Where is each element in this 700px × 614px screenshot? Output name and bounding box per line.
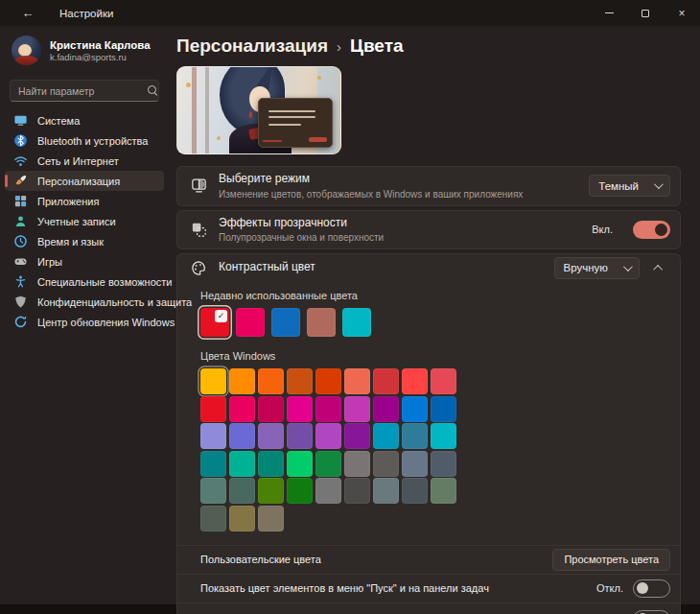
back-button[interactable]: ← [13, 6, 42, 20]
accent-mode-dropdown[interactable]: Вручную [554, 257, 640, 279]
windows-color-swatch[interactable] [431, 478, 456, 504]
sidebar-item-system[interactable]: Система [5, 110, 164, 130]
sidebar-item-label: Время и язык [37, 236, 104, 248]
windows-color-swatch[interactable] [373, 478, 399, 504]
windows-color-swatch[interactable] [431, 451, 456, 477]
sidebar-item-accounts[interactable]: Учетные записи [5, 211, 164, 231]
recent-color-swatch[interactable] [271, 308, 300, 337]
search-input[interactable] [18, 85, 148, 97]
windows-color-swatch[interactable] [315, 423, 341, 449]
transparency-toggle[interactable] [633, 221, 670, 239]
windows-color-swatch[interactable] [200, 506, 226, 531]
windows-color-swatch[interactable] [200, 396, 226, 422]
recent-color-swatch[interactable]: ✓ [200, 308, 229, 337]
titlebar-color-toggle[interactable] [633, 610, 670, 614]
windows-color-swatch[interactable] [315, 478, 341, 504]
user-info: Кристина Карлова k.fadina@sports.ru [50, 38, 151, 62]
recent-colors-label: Недавно использованные цвета [200, 290, 680, 301]
mode-subtitle: Изменение цветов, отображаемых в Windows… [219, 188, 578, 201]
windows-color-swatch[interactable] [200, 423, 226, 449]
windows-color-swatch[interactable] [315, 451, 341, 477]
accent-color-header[interactable]: Контрастный цвет Вручную [177, 254, 680, 281]
palette-icon [190, 259, 208, 277]
chevron-up-icon[interactable] [653, 265, 663, 274]
sidebar-item-bluetooth[interactable]: Bluetooth и устройства [5, 130, 164, 151]
windows-color-swatch[interactable] [229, 368, 255, 394]
windows-color-swatch[interactable] [315, 396, 341, 422]
windows-color-swatch[interactable] [373, 451, 399, 477]
windows-color-swatch[interactable] [229, 478, 255, 504]
windows-color-swatch[interactable] [229, 506, 255, 531]
transparency-state-label: Вкл. [592, 224, 613, 235]
sidebar-item-apps[interactable]: Приложения [5, 191, 164, 211]
windows-color-swatch[interactable] [287, 368, 313, 394]
windows-color-swatch[interactable] [287, 423, 313, 449]
theme-preview-image [176, 66, 341, 154]
windows-color-swatch[interactable] [402, 451, 428, 477]
windows-color-swatch[interactable] [258, 451, 284, 477]
windows-color-swatch[interactable] [431, 396, 456, 422]
windows-color-swatch[interactable] [229, 396, 255, 422]
games-icon [13, 254, 28, 269]
mode-title: Выберите режим [219, 172, 578, 187]
windows-color-swatch[interactable] [373, 423, 399, 449]
windows-color-swatch[interactable] [258, 506, 284, 531]
windows-color-swatch[interactable] [258, 478, 284, 504]
recent-color-swatch[interactable] [342, 308, 371, 337]
view-colors-button[interactable]: Просмотреть цвета [552, 549, 670, 571]
start-taskbar-color-row: Показать цвет элементов в меню "Пуск" и … [200, 575, 680, 602]
windows-color-swatch[interactable] [402, 478, 428, 504]
windows-color-swatch[interactable] [344, 478, 370, 504]
windows-color-swatch[interactable] [315, 368, 341, 394]
update-icon [13, 315, 28, 329]
windows-color-swatch[interactable] [287, 396, 313, 422]
user-profile[interactable]: Кристина Карлова k.fadina@sports.ru [0, 30, 169, 69]
windows-color-swatch[interactable] [200, 368, 226, 394]
maximize-button[interactable] [627, 0, 664, 26]
recent-color-swatch[interactable] [307, 308, 336, 337]
mode-dropdown[interactable]: Темный [589, 175, 670, 197]
recent-color-swatch[interactable] [236, 308, 265, 337]
windows-color-swatch[interactable] [287, 478, 313, 504]
sidebar-item-network[interactable]: Сеть и Интернет [5, 151, 164, 171]
windows-color-swatch[interactable] [431, 423, 456, 449]
sidebar-item-games[interactable]: Игры [5, 251, 164, 272]
recent-colors-row: ✓ [200, 308, 680, 337]
windows-color-swatch[interactable] [373, 396, 399, 422]
sidebar-item-label: Персонализация [37, 176, 120, 187]
sidebar-item-accessibility[interactable]: Специальные возможности [5, 272, 164, 292]
minimize-button[interactable] [591, 0, 627, 26]
accounts-icon [13, 214, 28, 228]
windows-color-swatch[interactable] [258, 423, 284, 449]
windows-color-swatch[interactable] [287, 451, 313, 477]
start-taskbar-toggle[interactable] [633, 579, 670, 598]
windows-color-swatch[interactable] [229, 451, 255, 477]
windows-color-swatch[interactable] [373, 368, 399, 394]
windows-color-swatch[interactable] [258, 396, 284, 422]
minimize-icon [605, 12, 614, 13]
search-box[interactable] [10, 80, 159, 102]
sidebar-item-privacy[interactable]: Конфиденциальность и защита [5, 292, 164, 312]
windows-color-swatch[interactable] [200, 451, 226, 477]
windows-color-swatch[interactable] [344, 451, 370, 477]
close-button[interactable]: × [664, 0, 700, 26]
breadcrumb-parent[interactable]: Персонализация [176, 35, 328, 57]
windows-colors-grid [200, 368, 680, 531]
sidebar-item-time[interactable]: Время и язык [5, 231, 164, 251]
windows-color-swatch[interactable] [431, 368, 456, 394]
sidebar-item-personalization[interactable]: Персонализация [5, 171, 164, 191]
sidebar-item-label: Конфиденциальность и защита [37, 296, 192, 308]
mode-row: Выберите режим Изменение цветов, отображ… [177, 167, 680, 205]
sidebar-item-update[interactable]: Центр обновления Windows [5, 312, 164, 332]
accent-texts: Контрастный цвет [219, 255, 544, 280]
windows-color-swatch[interactable] [402, 368, 428, 394]
windows-color-swatch[interactable] [344, 423, 370, 449]
windows-color-swatch[interactable] [402, 423, 428, 449]
mode-card: Выберите режим Изменение цветов, отображ… [176, 166, 681, 206]
windows-color-swatch[interactable] [258, 368, 284, 394]
windows-color-swatch[interactable] [344, 368, 370, 394]
windows-color-swatch[interactable] [344, 396, 370, 422]
windows-color-swatch[interactable] [229, 423, 255, 449]
windows-color-swatch[interactable] [402, 396, 428, 422]
windows-color-swatch[interactable] [200, 478, 226, 504]
